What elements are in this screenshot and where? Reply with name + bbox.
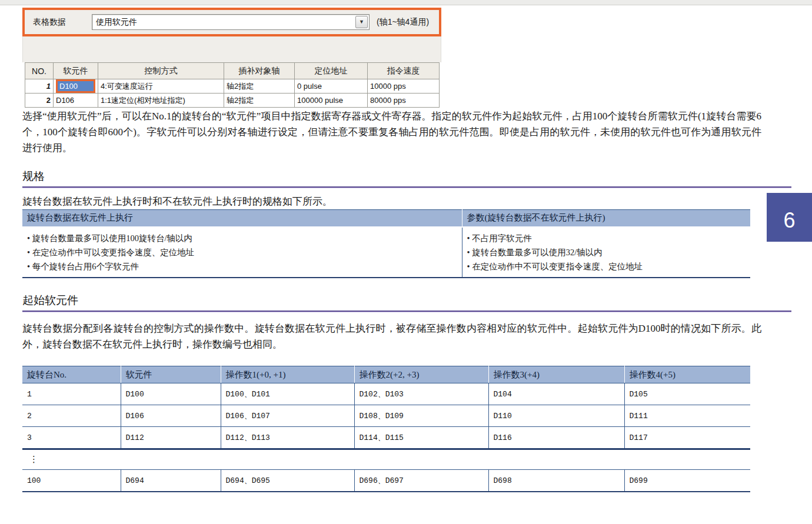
col-no: NO.	[25, 63, 54, 79]
table-data-dropdown[interactable]: 使用软元件 ▼	[92, 14, 370, 30]
cell: D694、D695	[221, 470, 354, 492]
cell: D694	[121, 470, 221, 492]
spec-header-left: 旋转台数据在软元件上执行	[22, 210, 462, 227]
table-data-label: 表格数据	[33, 17, 66, 28]
cell: D110	[488, 405, 624, 427]
control-cell: 4:可变速度运行	[98, 79, 224, 94]
table-row: 1 D100 4:可变速度运行 轴2指定 0 pulse 10000 pps	[25, 79, 440, 94]
start-device-heading: 起始软元件	[22, 293, 78, 308]
spec-intro: 旋转台数据在软元件上执行时和不在软元件上执行时的规格如下所示。	[22, 193, 761, 209]
speed-cell: 80000 pps	[368, 94, 440, 108]
address-cell: 100000 pulse	[295, 94, 368, 108]
cell: D696、D697	[354, 470, 488, 492]
col-address: 定位地址	[295, 63, 368, 79]
spec-comparison-table: 旋转台数据在软元件上执行 参数(旋转台数据不在软元件上执行) 旋转台数量最多可以…	[22, 209, 750, 278]
col-speed: 指令速度	[368, 63, 440, 79]
device-cell-selected[interactable]: D100	[54, 79, 98, 94]
cell: D106	[121, 405, 221, 427]
spec-right-item: 在定位动作中不可以变更指令速度、定位地址	[467, 259, 746, 273]
cell: 2	[22, 405, 121, 427]
chevron-down-icon: ▼	[359, 19, 364, 25]
cell: D105	[624, 383, 750, 405]
spec-left-item: 在定位动作中可以变更指令速度、定位地址	[27, 245, 457, 259]
window-top-strip	[0, 0, 812, 5]
axis-cell: 轴2指定	[224, 94, 295, 108]
col-device: 软元件	[54, 63, 98, 79]
table-row: 3 D112 D112、D113 D114、D115 D116 D117	[22, 427, 750, 449]
start-device-intro: 旋转台数据分配到各旋转台的控制方式的操作数中。旋转台数据在软元件上执行时，被存储…	[22, 321, 761, 352]
table-row: 2 D106 1:1速定位(相对地址指定) 轴2指定 100000 pulse …	[25, 94, 440, 108]
positioning-table-header: NO. 软元件 控制方式 插补对象轴 定位地址 指令速度	[25, 63, 440, 79]
cell: D114、D115	[354, 427, 488, 449]
spec-right-cell: 不占用字软元件 旋转台数量最多可以使用32/轴以内 在定位动作中不可以变更指令速…	[462, 227, 750, 278]
highlight-box: 表格数据 使用软元件 ▼ (轴1~轴4通用)	[22, 8, 441, 36]
spec-right-item: 不占用字软元件	[467, 231, 746, 245]
cell: D117	[624, 427, 750, 449]
axis-cell: 轴2指定	[224, 79, 295, 94]
cell: D108、D109	[354, 405, 488, 427]
cell: D116	[488, 427, 624, 449]
col-operand3: 操作数3(+4)	[488, 366, 624, 383]
dropdown-button[interactable]: ▼	[355, 16, 368, 28]
spec-heading: 规格	[22, 169, 45, 184]
cell: 3	[22, 427, 121, 449]
chapter-tab: 6	[767, 193, 812, 242]
table-row: 100 D694 D694、D695 D696、D697 D698 D699	[22, 470, 750, 492]
address-cell: 0 pulse	[295, 79, 368, 94]
spec-table-header: 旋转台数据在软元件上执行 参数(旋转台数据不在软元件上执行)	[22, 210, 750, 227]
intro-paragraph: 选择“使用软元件”后，可以在No.1的旋转台的“软元件”项目中指定数据寄存器或文…	[22, 108, 761, 156]
selected-cell-highlight: D100	[56, 79, 95, 93]
spec-right-item: 旋转台数量最多可以使用32/轴以内	[467, 245, 746, 259]
ellipsis: ⋮	[22, 449, 750, 470]
dropdown-selected-value: 使用软元件	[92, 17, 137, 28]
axis-range-note: (轴1~轴4通用)	[377, 17, 429, 28]
spec-heading-rule	[22, 186, 791, 188]
cell: D699	[624, 470, 750, 492]
cell: D111	[624, 405, 750, 427]
row-number: 2	[25, 94, 54, 108]
col-device: 软元件	[121, 366, 221, 383]
control-cell: 1:1速定位(相对地址指定)	[98, 94, 224, 108]
positioning-table: NO. 软元件 控制方式 插补对象轴 定位地址 指令速度 1 D100 4:可变…	[25, 62, 440, 108]
spec-left-cell: 旋转台数量最多可以使用100旋转台/轴以内 在定位动作中可以变更指令速度、定位地…	[22, 227, 462, 278]
spec-left-item: 旋转台数量最多可以使用100旋转台/轴以内	[27, 231, 457, 245]
table-row: 1 D100 D100、D101 D102、D103 D104 D105	[22, 383, 750, 405]
device-assignment-table: 旋转台No. 软元件 操作数1(+0, +1) 操作数2(+2, +3) 操作数…	[22, 366, 750, 492]
row-number: 1	[25, 79, 54, 94]
col-operand4: 操作数4(+5)	[624, 366, 750, 383]
cell: D100	[121, 383, 221, 405]
cell: D102、D103	[354, 383, 488, 405]
spec-header-right: 参数(旋转台数据不在软元件上执行)	[462, 210, 750, 227]
col-control: 控制方式	[98, 63, 224, 79]
spec-table-body: 旋转台数量最多可以使用100旋转台/轴以内 在定位动作中可以变更指令速度、定位地…	[22, 227, 750, 278]
col-interp-axis: 插补对象轴	[224, 63, 295, 79]
start-device-heading-rule	[22, 311, 791, 312]
cell: D100、D101	[221, 383, 354, 405]
ellipsis-row: ⋮	[22, 449, 750, 470]
cell: 100	[22, 470, 121, 492]
spec-left-item: 每个旋转台占用6个字软元件	[27, 259, 457, 273]
cell: D106、D107	[221, 405, 354, 427]
col-operand2: 操作数2(+2, +3)	[354, 366, 488, 383]
cell: 1	[22, 383, 121, 405]
dialog-panel	[22, 36, 441, 62]
col-operand1: 操作数1(+0, +1)	[221, 366, 354, 383]
speed-cell: 10000 pps	[368, 79, 440, 94]
cell: D698	[488, 470, 624, 492]
cell: D112	[121, 427, 221, 449]
device-cell: D106	[54, 94, 98, 108]
cell: D104	[488, 383, 624, 405]
cell: D112、D113	[221, 427, 354, 449]
device-table-header: 旋转台No. 软元件 操作数1(+0, +1) 操作数2(+2, +3) 操作数…	[22, 366, 750, 383]
col-table-no: 旋转台No.	[22, 366, 121, 383]
table-row: 2 D106 D106、D107 D108、D109 D110 D111	[22, 405, 750, 427]
